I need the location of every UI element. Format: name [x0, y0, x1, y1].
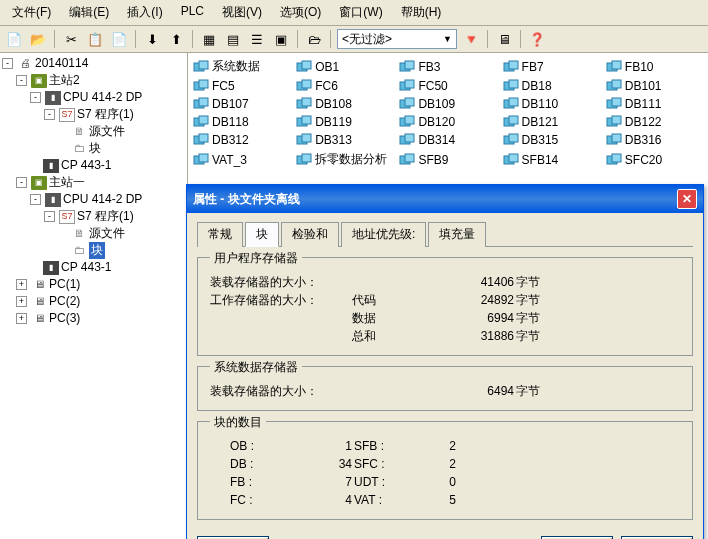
block-item[interactable]: DB18: [502, 78, 601, 94]
block-item[interactable]: 系统数据: [192, 57, 291, 76]
dialog-tab[interactable]: 常规: [197, 222, 243, 247]
block-item[interactable]: SFB9: [398, 150, 497, 169]
svg-rect-45: [405, 134, 414, 142]
block-item[interactable]: DB118: [192, 114, 291, 130]
block-item[interactable]: VAT_3: [192, 150, 291, 169]
expand-icon[interactable]: -: [16, 75, 27, 86]
view4-icon[interactable]: ▣: [271, 29, 291, 49]
close-icon[interactable]: ✕: [677, 189, 697, 209]
project-tree[interactable]: -🖨20140114-▣主站2-▮CPU 414-2 DP-S7S7 程序(1)…: [0, 53, 188, 539]
block-item[interactable]: FC6: [295, 78, 394, 94]
dialog-tab[interactable]: 块: [245, 222, 279, 247]
expand-icon[interactable]: -: [16, 177, 27, 188]
tree-item[interactable]: 🗀块: [2, 140, 185, 157]
block-label: DB108: [315, 97, 352, 111]
expand-icon[interactable]: -: [2, 58, 13, 69]
menu-item[interactable]: 帮助(H): [393, 2, 450, 23]
expand-icon[interactable]: +: [16, 279, 27, 290]
upload-icon[interactable]: ⬆: [166, 29, 186, 49]
block-icon: [503, 79, 519, 93]
tree-item[interactable]: -🖨20140114: [2, 55, 185, 72]
block-label: DB121: [522, 115, 559, 129]
tree-item[interactable]: -S7S7 程序(1): [2, 208, 185, 225]
block-item[interactable]: DB314: [398, 132, 497, 148]
block-item[interactable]: DB316: [605, 132, 704, 148]
block-item[interactable]: DB101: [605, 78, 704, 94]
block-item[interactable]: DB107: [192, 96, 291, 112]
nav-icon[interactable]: 🗁: [304, 29, 324, 49]
menu-item[interactable]: 插入(I): [119, 2, 170, 23]
tree-item[interactable]: ▮CP 443-1: [2, 157, 185, 174]
dialog-tab[interactable]: 检验和: [281, 222, 339, 247]
block-item[interactable]: DB119: [295, 114, 394, 130]
filter-select[interactable]: <无过滤> ▼: [337, 29, 457, 49]
menu-item[interactable]: 编辑(E): [61, 2, 117, 23]
block-item[interactable]: DB122: [605, 114, 704, 130]
tree-item[interactable]: +🖥PC(1): [2, 276, 185, 293]
tree-item[interactable]: -▮CPU 414-2 DP: [2, 89, 185, 106]
block-icon: [296, 153, 312, 167]
tree-item[interactable]: +🖥PC(2): [2, 293, 185, 310]
block-item[interactable]: DB313: [295, 132, 394, 148]
block-item[interactable]: FB10: [605, 57, 704, 76]
block-count-section: 块的数目 OB :1SFB :2DB :34SFC :2FB :7UDT :0F…: [197, 421, 693, 520]
block-item[interactable]: SFB14: [502, 150, 601, 169]
device-icon[interactable]: 🖥: [494, 29, 514, 49]
block-item[interactable]: 拆零数据分析: [295, 150, 394, 169]
block-item[interactable]: DB121: [502, 114, 601, 130]
view3-icon[interactable]: ☰: [247, 29, 267, 49]
block-item[interactable]: OB1: [295, 57, 394, 76]
expand-icon[interactable]: +: [16, 296, 27, 307]
dialog-tab[interactable]: 地址优先级:: [341, 222, 426, 247]
expand-icon[interactable]: -: [30, 92, 41, 103]
menu-item[interactable]: 文件(F): [4, 2, 59, 23]
menu-item[interactable]: 视图(V): [214, 2, 270, 23]
tree-label: S7 程序(1): [77, 208, 134, 225]
tree-item[interactable]: 🗎源文件: [2, 225, 185, 242]
expand-icon[interactable]: -: [30, 194, 41, 205]
copy-icon[interactable]: 📋: [85, 29, 105, 49]
tree-item[interactable]: +🖥PC(3): [2, 310, 185, 327]
download-icon[interactable]: ⬇: [142, 29, 162, 49]
new-icon[interactable]: 📄: [4, 29, 24, 49]
filter-btn-icon[interactable]: 🔻: [461, 29, 481, 49]
block-label: DB111: [625, 97, 662, 111]
expand-icon[interactable]: -: [44, 211, 55, 222]
menu-item[interactable]: 选项(O): [272, 2, 329, 23]
open-icon[interactable]: 📂: [28, 29, 48, 49]
tree-item[interactable]: -▮CPU 414-2 DP: [2, 191, 185, 208]
expand-icon[interactable]: +: [16, 313, 27, 324]
svg-rect-19: [612, 80, 621, 88]
cut-icon[interactable]: ✂: [61, 29, 81, 49]
tree-item[interactable]: 🗎源文件: [2, 123, 185, 140]
block-item[interactable]: DB315: [502, 132, 601, 148]
help-icon[interactable]: ❓: [527, 29, 547, 49]
menu-item[interactable]: 窗口(W): [331, 2, 390, 23]
block-item[interactable]: DB111: [605, 96, 704, 112]
dialog-tab[interactable]: 填充量: [428, 222, 486, 247]
tree-label: CP 443-1: [61, 157, 111, 174]
block-icon: [193, 133, 209, 147]
tree-item[interactable]: -▣主站一: [2, 174, 185, 191]
block-item[interactable]: FB3: [398, 57, 497, 76]
block-item[interactable]: DB110: [502, 96, 601, 112]
block-item[interactable]: SFC20: [605, 150, 704, 169]
menu-item[interactable]: PLC: [173, 2, 212, 23]
tree-item[interactable]: -▣主站2: [2, 72, 185, 89]
paste-icon[interactable]: 📄: [109, 29, 129, 49]
block-label: DB314: [418, 133, 455, 147]
block-item[interactable]: FC50: [398, 78, 497, 94]
view2-icon[interactable]: ▤: [223, 29, 243, 49]
block-item[interactable]: DB120: [398, 114, 497, 130]
block-item[interactable]: FC5: [192, 78, 291, 94]
tree-item[interactable]: 🗀块: [2, 242, 185, 259]
expand-icon[interactable]: -: [44, 109, 55, 120]
tree-item[interactable]: ▮CP 443-1: [2, 259, 185, 276]
tree-item[interactable]: -S7S7 程序(1): [2, 106, 185, 123]
block-item[interactable]: DB109: [398, 96, 497, 112]
block-item[interactable]: DB108: [295, 96, 394, 112]
view1-icon[interactable]: ▦: [199, 29, 219, 49]
block-item[interactable]: DB312: [192, 132, 291, 148]
block-item[interactable]: FB7: [502, 57, 601, 76]
dialog-titlebar[interactable]: 属性 - 块文件夹离线 ✕: [187, 185, 703, 213]
